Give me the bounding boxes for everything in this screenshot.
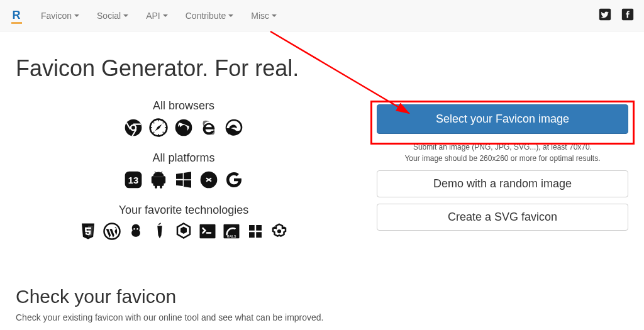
safari-icon [148,118,169,138]
nodejs-icon [174,222,193,241]
hint-line-2: Your image should be 260x260 or more for… [377,153,628,164]
svg-point-12 [136,228,138,230]
main-container: Favicon Generator. For real. All browser… [0,55,644,330]
nav-left: R Favicon Social API Contribute Misc [9,6,284,26]
browsers-label: All browsers [16,99,352,113]
check-title: Check your favicon [16,286,628,307]
svg-text:RAILS: RAILS [227,234,236,238]
google-icon [224,170,244,190]
check-desc: Check your existing favicon with our onl… [16,312,628,322]
wordpress-icon [103,222,121,241]
cta-column: Select your Favicon image Submit an imag… [377,99,628,255]
cli-icon [198,222,217,241]
select-button-wrap: Select your Favicon image [377,104,628,134]
firefox-icon [174,118,194,138]
nav-social[interactable]: Social [89,6,136,26]
svg-point-4 [131,126,135,129]
svg-favicon-button[interactable]: Create a SVG favicon [377,204,628,231]
site-logo[interactable]: R [9,9,23,23]
edge-icon [224,118,244,138]
android-icon [148,170,169,190]
chevron-down-icon [272,14,277,17]
gwt-icon [270,222,289,241]
chevron-down-icon [228,14,233,17]
showcase-column: All browsers All platforms 13 Your favor… [16,99,352,255]
chevron-down-icon [74,14,79,17]
facebook-icon[interactable] [621,8,635,23]
svg-point-20 [277,229,281,233]
chrome-icon [123,118,143,138]
hint-text: Submit an image (PNG, JPG, SVG...), at l… [377,141,628,164]
svg-text:13: 13 [128,175,138,185]
nav-misc[interactable]: Misc [243,6,284,26]
platforms-row: 13 [16,170,352,190]
svg-rect-16 [249,225,255,231]
twitter-icon[interactable] [598,8,612,23]
ios-icon: 13 [123,170,143,190]
svg-point-11 [133,228,135,230]
tech-label: Your favorite technologies [16,204,352,217]
platforms-label: All platforms [16,151,352,165]
macos-icon [199,170,219,190]
svg-rect-13 [200,224,216,239]
svg-point-6 [175,119,192,136]
columns: All browsers All platforms 13 Your favor… [16,99,628,255]
windows-icon [174,170,194,190]
ie-icon [199,118,219,138]
hint-line-1: Submit an image (PNG, JPG, SVG...), at l… [377,141,628,153]
tech-row: RAILS [16,222,352,241]
nav-favicon[interactable]: Favicon [33,6,87,26]
chevron-down-icon [163,14,168,17]
svg-rect-18 [249,232,255,238]
browsers-row [16,118,352,138]
navbar: R Favicon Social API Contribute Misc [0,0,644,31]
rails-icon: RAILS [222,222,241,241]
nav-right [598,8,635,23]
nav-api[interactable]: API [138,6,175,26]
aspnet-icon [246,222,265,241]
svg-rect-17 [256,225,262,231]
demo-button[interactable]: Demo with a random image [377,170,628,197]
grunt-icon [126,222,145,241]
page-title: Favicon Generator. For real. [16,55,628,82]
gulp-icon [150,222,169,241]
check-section: Check your favicon Check your existing f… [16,286,628,330]
chevron-down-icon [123,14,128,17]
nav-contribute[interactable]: Contribute [178,6,242,26]
select-favicon-button[interactable]: Select your Favicon image [377,104,628,134]
svg-rect-19 [256,232,262,238]
html5-icon [79,222,97,241]
